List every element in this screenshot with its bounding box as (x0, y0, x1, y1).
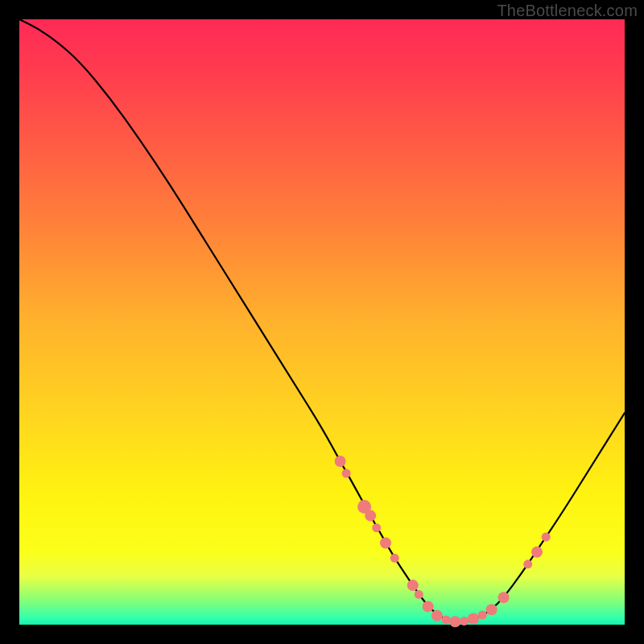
curve-marker (365, 510, 376, 522)
curve-marker (498, 592, 510, 603)
curve-marker (415, 590, 423, 599)
curve-marker (531, 547, 543, 558)
curve-marker (478, 611, 487, 620)
curve-marker (407, 580, 419, 591)
curve-marker (431, 610, 443, 621)
watermark-text: TheBottleneck.com (497, 2, 638, 20)
curve-marker (449, 616, 460, 627)
curve-marker (380, 538, 391, 549)
curve-marker (390, 554, 399, 563)
curve-marker (335, 456, 346, 467)
marker-group (335, 456, 551, 627)
bottleneck-curve (19, 19, 625, 621)
curve-marker (423, 601, 434, 612)
curve-marker (460, 617, 469, 625)
curve-marker (468, 613, 479, 625)
curve-marker (542, 533, 551, 542)
chart-frame (19, 19, 625, 625)
curve-marker (442, 616, 451, 625)
curve-marker (523, 559, 532, 568)
curve-marker (372, 523, 381, 532)
curve-marker (342, 469, 351, 478)
chart-svg (19, 19, 625, 625)
curve-marker (486, 604, 497, 615)
